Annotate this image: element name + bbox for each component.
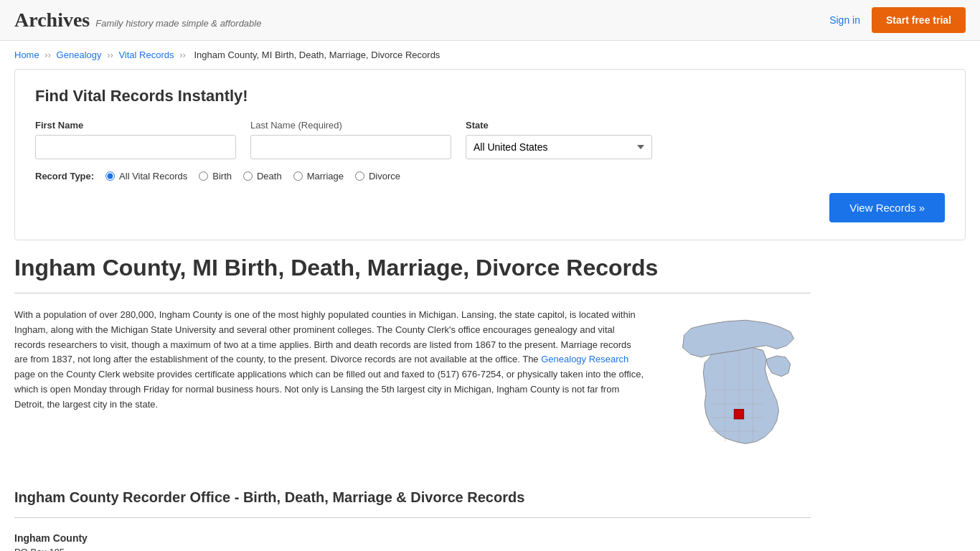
search-title: Find Vital Records Instantly!: [35, 87, 945, 105]
radio-divorce-input[interactable]: [355, 171, 364, 181]
state-select[interactable]: All United States: [466, 135, 652, 159]
first-name-input[interactable]: [35, 135, 236, 159]
radio-death[interactable]: Death: [243, 171, 282, 182]
logo: Archives: [14, 9, 90, 32]
page-title: Ingham County, MI Birth, Death, Marriage…: [14, 255, 811, 281]
recorder-section: Ingham County Recorder Office - Birth, D…: [14, 489, 811, 551]
search-box: Find Vital Records Instantly! First Name…: [14, 69, 966, 240]
first-name-group: First Name: [35, 120, 236, 159]
start-trial-button[interactable]: Start free trial: [872, 7, 966, 33]
radio-all-vital-input[interactable]: [105, 171, 115, 181]
breadcrumb-sep3: ››: [179, 50, 186, 60]
last-name-input[interactable]: [250, 135, 451, 159]
last-name-group: Last Name (Required): [250, 120, 451, 159]
state-label: State: [466, 120, 652, 131]
content-area: With a population of over 280,000, Ingha…: [14, 308, 811, 468]
last-name-label: Last Name (Required): [250, 120, 451, 131]
body-paragraph: With a population of over 280,000, Ingha…: [14, 308, 646, 413]
map-area: [667, 308, 811, 468]
record-type-row: Record Type: All Vital Records Birth Dea…: [35, 171, 945, 182]
county-name: Ingham County: [14, 532, 811, 544]
body-text-2: page on the County Clerk website provide…: [14, 369, 644, 410]
record-type-label: Record Type:: [35, 171, 94, 182]
breadcrumb: Home ›› Genealogy ›› Vital Records ›› In…: [0, 41, 980, 69]
breadcrumb-home[interactable]: Home: [14, 50, 39, 60]
radio-marriage-label: Marriage: [307, 171, 344, 182]
state-group: State All United States: [466, 120, 652, 159]
radio-birth[interactable]: Birth: [199, 171, 232, 182]
radio-death-label: Death: [257, 171, 282, 182]
breadcrumb-sep1: ››: [44, 50, 51, 60]
svg-rect-7: [734, 410, 743, 419]
header-right: Sign in Start free trial: [829, 7, 966, 33]
title-divider: [14, 293, 811, 293]
radio-marriage-input[interactable]: [293, 171, 303, 181]
breadcrumb-genealogy[interactable]: Genealogy: [57, 50, 102, 60]
breadcrumb-current: Ingham County, MI Birth, Death, Marriage…: [194, 50, 440, 60]
michigan-map-svg: [667, 308, 811, 466]
search-fields: First Name Last Name (Required) State Al…: [35, 120, 945, 159]
radio-all-vital-label: All Vital Records: [119, 171, 187, 182]
first-name-label: First Name: [35, 120, 236, 131]
sign-in-link[interactable]: Sign in: [829, 14, 860, 26]
county-address: PO Box 195: [14, 547, 811, 551]
radio-all-vital[interactable]: All Vital Records: [105, 171, 187, 182]
radio-death-input[interactable]: [243, 171, 253, 181]
header-left: Archives Family history made simple & af…: [14, 9, 261, 32]
text-content: With a population of over 280,000, Ingha…: [14, 308, 646, 468]
genealogy-research-link[interactable]: Genealogy Research: [541, 354, 628, 364]
search-btn-row: View Records »: [35, 193, 945, 222]
radio-marriage[interactable]: Marriage: [293, 171, 344, 182]
breadcrumb-sep2: ››: [107, 50, 113, 60]
radio-birth-input[interactable]: [199, 171, 208, 181]
view-records-button[interactable]: View Records »: [829, 193, 945, 222]
logo-tagline: Family history made simple & affordable: [95, 18, 261, 29]
breadcrumb-vital-records[interactable]: Vital Records: [118, 50, 174, 60]
radio-birth-label: Birth: [212, 171, 232, 182]
radio-divorce-label: Divorce: [369, 171, 400, 182]
recorder-title: Ingham County Recorder Office - Birth, D…: [14, 489, 811, 506]
main-content: Ingham County, MI Birth, Death, Marriage…: [0, 255, 825, 551]
recorder-divider: [14, 517, 811, 518]
header: Archives Family history made simple & af…: [0, 0, 980, 41]
radio-divorce[interactable]: Divorce: [355, 171, 400, 182]
